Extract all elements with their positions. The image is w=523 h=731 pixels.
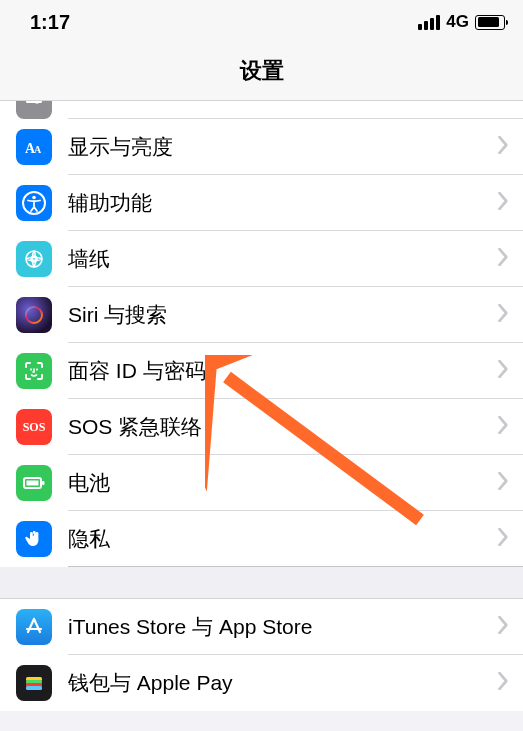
- row-label: 电池: [68, 469, 110, 497]
- row-battery[interactable]: 电池: [0, 455, 523, 511]
- row-label: 钱包与 Apple Pay: [68, 669, 233, 697]
- row-privacy[interactable]: 隐私: [0, 511, 523, 567]
- svg-text:SOS: SOS: [23, 420, 46, 434]
- faceid-icon: [16, 353, 52, 389]
- chevron-right-icon: [498, 136, 509, 158]
- row-label: 墙纸: [68, 245, 110, 273]
- row-sos[interactable]: SOS SOS 紧急联络: [0, 399, 523, 455]
- svg-point-8: [26, 251, 42, 267]
- row-label: 隐私: [68, 525, 110, 553]
- signal-icon: [418, 15, 440, 30]
- text-size-icon: AA: [16, 129, 52, 165]
- battery-icon: [16, 465, 52, 501]
- settings-group-1: 控制中心 AA 显示与亮度 辅助功能 墙纸: [0, 101, 523, 567]
- network-label: 4G: [446, 12, 469, 32]
- sliders-icon: [16, 101, 52, 119]
- row-control-center[interactable]: 控制中心: [0, 101, 523, 119]
- svg-point-3: [35, 101, 39, 104]
- status-bar: 1:17 4G: [0, 0, 523, 44]
- appstore-icon: [16, 609, 52, 645]
- page-title: 设置: [0, 56, 523, 86]
- svg-rect-13: [27, 481, 39, 486]
- status-time: 1:17: [30, 11, 70, 34]
- chevron-right-icon: [498, 304, 509, 326]
- wallpaper-icon: [16, 241, 52, 277]
- siri-icon: [16, 297, 52, 333]
- svg-point-7: [32, 196, 36, 200]
- wallet-icon: [16, 665, 52, 701]
- chevron-right-icon: [498, 248, 509, 270]
- svg-point-10: [26, 307, 42, 323]
- svg-text:A: A: [34, 144, 42, 155]
- chevron-right-icon: [498, 472, 509, 494]
- row-siri[interactable]: Siri 与搜索: [0, 287, 523, 343]
- group-separator: [0, 567, 523, 599]
- svg-rect-14: [42, 481, 45, 485]
- chevron-right-icon: [498, 528, 509, 550]
- nav-header: 设置: [0, 44, 523, 101]
- chevron-right-icon: [498, 672, 509, 694]
- battery-icon: [475, 15, 505, 30]
- row-label: 控制中心: [68, 101, 152, 105]
- hand-icon: [16, 521, 52, 557]
- row-accessibility[interactable]: 辅助功能: [0, 175, 523, 231]
- row-label: 辅助功能: [68, 189, 152, 217]
- row-wallpaper[interactable]: 墙纸: [0, 231, 523, 287]
- row-label: 面容 ID 与密码: [68, 357, 206, 385]
- accessibility-icon: [16, 185, 52, 221]
- row-display[interactable]: AA 显示与亮度: [0, 119, 523, 175]
- sos-icon: SOS: [16, 409, 52, 445]
- row-label: SOS 紧急联络: [68, 413, 202, 441]
- svg-rect-18: [26, 686, 42, 690]
- chevron-right-icon: [498, 360, 509, 382]
- chevron-right-icon: [498, 192, 509, 214]
- row-faceid[interactable]: 面容 ID 与密码: [0, 343, 523, 399]
- row-label: Siri 与搜索: [68, 301, 167, 329]
- settings-group-2: iTunes Store 与 App Store 钱包与 Apple Pay: [0, 599, 523, 711]
- chevron-right-icon: [498, 416, 509, 438]
- row-wallet[interactable]: 钱包与 Apple Pay: [0, 655, 523, 711]
- chevron-right-icon: [498, 616, 509, 638]
- chevron-right-icon: [498, 101, 509, 102]
- svg-rect-1: [26, 101, 42, 103]
- row-label: iTunes Store 与 App Store: [68, 613, 312, 641]
- status-indicators: 4G: [418, 12, 505, 32]
- row-itunes[interactable]: iTunes Store 与 App Store: [0, 599, 523, 655]
- row-label: 显示与亮度: [68, 133, 173, 161]
